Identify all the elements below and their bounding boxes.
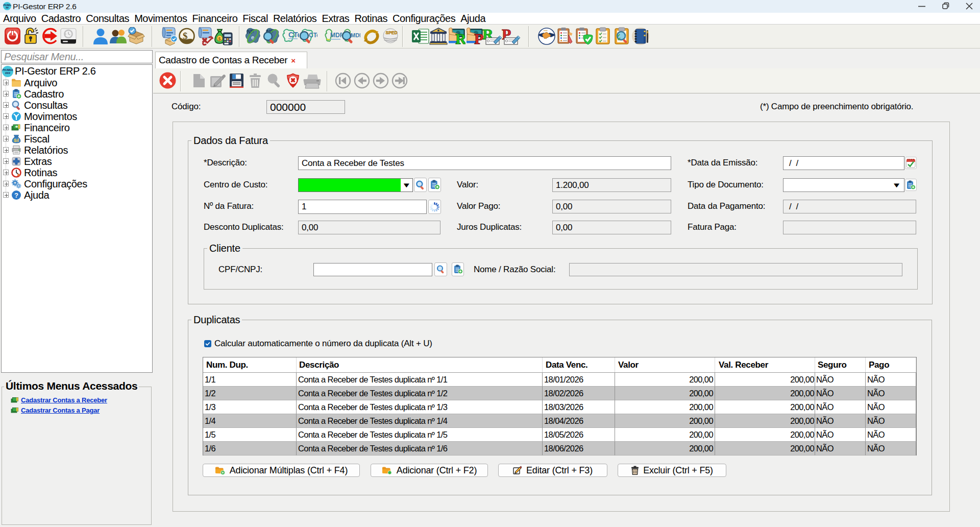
svg-text:?: ? xyxy=(14,191,18,199)
svg-text:MDFe: MDFe xyxy=(330,32,342,39)
svg-text:$ıl: $ıl xyxy=(14,138,19,143)
svg-text:MDFe: MDFe xyxy=(351,32,360,38)
svg-text:CTe: CTe xyxy=(309,32,317,39)
svg-text:R: R xyxy=(455,30,465,45)
svg-text:e: e xyxy=(251,34,254,40)
svg-text:$: $ xyxy=(218,36,220,41)
svg-text:$: $ xyxy=(183,31,188,41)
svg-text:CTe: CTe xyxy=(288,31,299,39)
svg-text:SPED: SPED xyxy=(386,30,398,35)
